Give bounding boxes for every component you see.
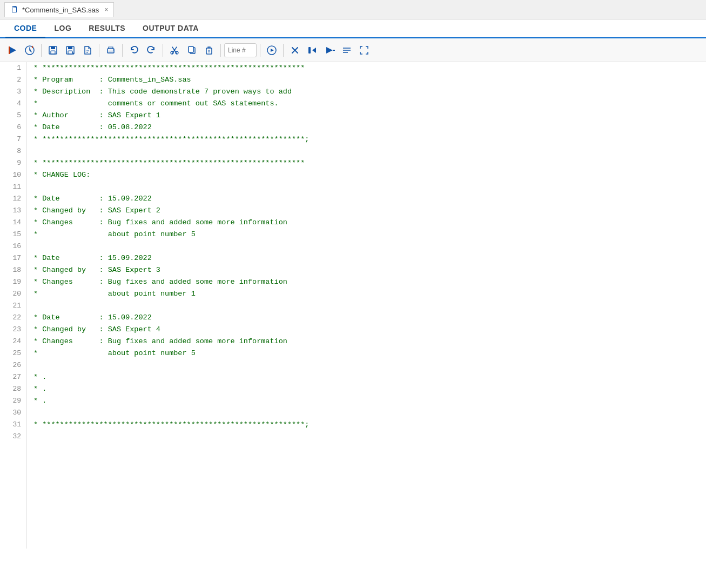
code-line: * Date : 15.09.2022 bbox=[33, 252, 700, 264]
new-button[interactable] bbox=[79, 42, 96, 58]
line-number: 30 bbox=[8, 407, 21, 419]
svg-point-9 bbox=[113, 49, 114, 50]
cut-button[interactable] bbox=[166, 42, 183, 58]
paste-button[interactable] bbox=[201, 42, 217, 58]
line-number: 31 bbox=[8, 419, 21, 431]
code-line: * about point number 1 bbox=[33, 288, 700, 300]
code-line: * . bbox=[33, 371, 700, 383]
nav-tabs: CODE LOG RESULTS OUTPUT DATA bbox=[0, 19, 706, 38]
tab-results[interactable]: RESULTS bbox=[80, 19, 134, 38]
schedule-button[interactable] bbox=[22, 42, 38, 58]
svg-rect-14 bbox=[206, 48, 212, 54]
svg-rect-8 bbox=[109, 51, 113, 53]
code-line: * . bbox=[33, 395, 700, 407]
line-number: 16 bbox=[8, 240, 21, 252]
code-line bbox=[33, 145, 700, 157]
line-number: 24 bbox=[8, 336, 21, 348]
line-number: 5 bbox=[8, 110, 21, 122]
code-line: * Date : 05.08.2022 bbox=[33, 122, 700, 133]
line-number: 6 bbox=[8, 122, 21, 133]
copy-button[interactable] bbox=[184, 42, 200, 58]
code-line: * Author : SAS Expert 1 bbox=[33, 110, 700, 122]
code-line: * Changed by : SAS Expert 2 bbox=[33, 205, 700, 217]
save-button[interactable] bbox=[45, 42, 61, 58]
code-line: * Description : This code demonstrate 7 … bbox=[33, 86, 700, 98]
sep4 bbox=[163, 44, 163, 57]
code-line: * **************************************… bbox=[33, 62, 700, 74]
line-number: 2 bbox=[8, 74, 21, 86]
line-number: 21 bbox=[8, 300, 21, 312]
line-number: 26 bbox=[8, 359, 21, 371]
tab-code[interactable]: CODE bbox=[5, 19, 45, 38]
save-as-button[interactable] bbox=[62, 42, 78, 58]
line-number: 1 bbox=[8, 62, 21, 74]
format-button[interactable] bbox=[339, 42, 355, 58]
file-tab[interactable]: 🗒 *Comments_in_SAS.sas × bbox=[4, 2, 114, 17]
fullscreen-button[interactable] bbox=[356, 42, 372, 58]
file-icon: 🗒 bbox=[10, 5, 19, 15]
line-number: 22 bbox=[8, 312, 21, 324]
code-line bbox=[33, 240, 700, 252]
code-line: * CHANGE LOG: bbox=[33, 169, 700, 181]
code-line: * Changed by : SAS Expert 3 bbox=[33, 264, 700, 276]
code-line bbox=[33, 300, 700, 312]
line-number: 4 bbox=[8, 98, 21, 110]
line-number: 29 bbox=[8, 395, 21, 407]
code-line: * about point number 5 bbox=[33, 229, 700, 240]
code-line: * Changes : Bug fixes and added some mor… bbox=[33, 336, 700, 348]
line-number: 17 bbox=[8, 252, 21, 264]
code-line: * Program : Comments_in_SAS.sas bbox=[33, 74, 700, 86]
tab-output-data[interactable]: OUTPUT DATA bbox=[134, 19, 207, 38]
line-number: 9 bbox=[8, 157, 21, 169]
code-line: * . bbox=[33, 383, 700, 395]
toolbar bbox=[0, 38, 706, 62]
line-number: 8 bbox=[8, 145, 21, 157]
line-number: 13 bbox=[8, 205, 21, 217]
sep7 bbox=[283, 44, 284, 57]
stop-button[interactable] bbox=[287, 42, 303, 58]
step-button[interactable] bbox=[304, 42, 320, 58]
code-line bbox=[33, 431, 700, 443]
code-line bbox=[33, 181, 700, 193]
sep6 bbox=[260, 44, 260, 57]
line-number: 11 bbox=[8, 181, 21, 193]
svg-rect-5 bbox=[68, 46, 72, 49]
redo-button[interactable] bbox=[143, 42, 159, 58]
line-number: 25 bbox=[8, 348, 21, 359]
line-number: 28 bbox=[8, 383, 21, 395]
line-number-input[interactable] bbox=[224, 43, 257, 57]
play-button[interactable] bbox=[264, 42, 280, 58]
code-line: * **************************************… bbox=[33, 157, 700, 169]
line-number: 32 bbox=[8, 431, 21, 443]
tab-close-button[interactable]: × bbox=[104, 6, 108, 14]
line-number: 27 bbox=[8, 371, 21, 383]
code-line bbox=[33, 359, 700, 371]
code-line: * **************************************… bbox=[33, 133, 700, 145]
svg-rect-18 bbox=[308, 47, 311, 54]
code-line: * Date : 15.09.2022 bbox=[33, 312, 700, 324]
sep1 bbox=[41, 44, 42, 57]
file-tab-label: *Comments_in_SAS.sas bbox=[22, 6, 99, 14]
line-number: 19 bbox=[8, 276, 21, 288]
code-content[interactable]: * **************************************… bbox=[27, 62, 706, 549]
code-line: * Changed by : SAS Expert 4 bbox=[33, 324, 700, 336]
sep2 bbox=[99, 44, 99, 57]
undo-button[interactable] bbox=[126, 42, 142, 58]
code-editor[interactable]: 1234567891011121314151617181920212223242… bbox=[0, 62, 706, 549]
line-number: 18 bbox=[8, 264, 21, 276]
svg-rect-6 bbox=[68, 51, 72, 54]
print-button[interactable] bbox=[103, 42, 119, 58]
line-number: 14 bbox=[8, 217, 21, 229]
line-numbers: 1234567891011121314151617181920212223242… bbox=[0, 62, 27, 549]
code-line: * Changes : Bug fixes and added some mor… bbox=[33, 217, 700, 229]
step-into-button[interactable] bbox=[321, 42, 338, 58]
line-number: 23 bbox=[8, 324, 21, 336]
svg-rect-2 bbox=[51, 46, 55, 49]
code-line bbox=[33, 407, 700, 419]
svg-rect-13 bbox=[189, 46, 193, 52]
tab-log[interactable]: LOG bbox=[45, 19, 80, 38]
line-number: 20 bbox=[8, 288, 21, 300]
code-line: * about point number 5 bbox=[33, 348, 700, 359]
sep5 bbox=[220, 44, 221, 57]
run-button[interactable] bbox=[4, 42, 21, 58]
